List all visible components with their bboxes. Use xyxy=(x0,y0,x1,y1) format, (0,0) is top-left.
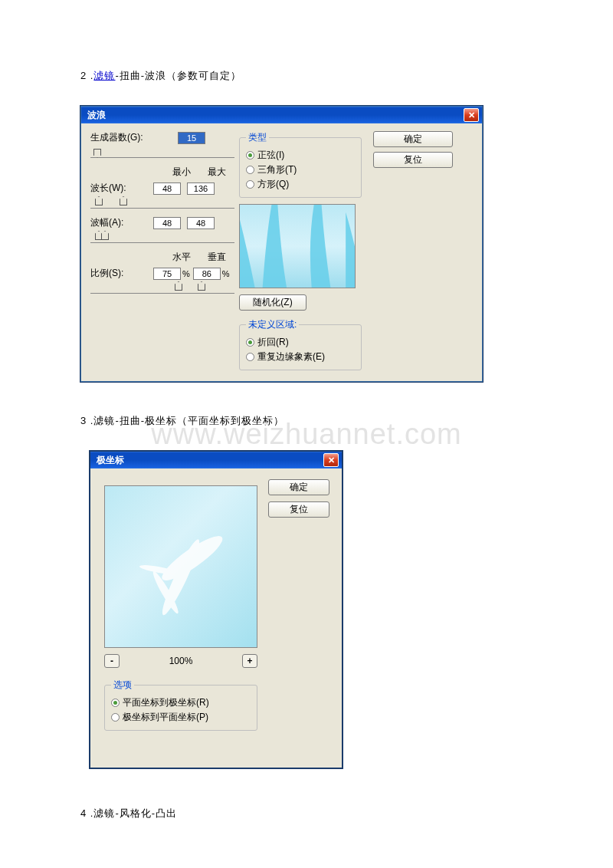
reset-button[interactable]: 复位 xyxy=(268,501,329,518)
wave-dialog: 波浪 ✕ 生成器数(G): 最小 最大 波长(W): xyxy=(80,106,483,382)
scale-slider[interactable] xyxy=(90,283,234,294)
step-2-text: 2 .滤镜-扭曲-波浪（参数可自定） xyxy=(80,69,536,83)
opt-rect-to-polar-radio[interactable]: 平面坐标到极坐标(R) xyxy=(111,696,251,709)
step-4-text: 4 .滤镜-风格化-凸出 xyxy=(80,807,536,820)
type-square-radio[interactable]: 方形(Q) xyxy=(246,178,355,191)
randomize-button[interactable]: 随机化(Z) xyxy=(239,294,306,311)
polar-options-group: 选项 平面坐标到极坐标(R) 极坐标到平面坐标(P) xyxy=(104,679,257,731)
zoom-value: 100% xyxy=(169,656,193,666)
undef-repeat-radio[interactable]: 重复边缘象素(E) xyxy=(246,350,355,363)
wavelength-max-input[interactable] xyxy=(187,182,215,195)
wavelength-label: 波长(W): xyxy=(90,182,138,195)
ok-button[interactable]: 确定 xyxy=(373,131,453,147)
filter-link[interactable]: 滤镜 xyxy=(93,70,115,81)
scale-h-input[interactable] xyxy=(153,268,181,280)
type-sine-radio[interactable]: 正弦(I) xyxy=(246,149,355,162)
generators-label: 生成器数(G): xyxy=(90,131,158,144)
polar-title: 极坐标 xyxy=(97,454,124,467)
type-triangle-radio[interactable]: 三角形(T) xyxy=(246,163,355,176)
undef-wrap-radio[interactable]: 折回(R) xyxy=(246,336,355,349)
svg-point-1 xyxy=(157,530,227,587)
amplitude-slider[interactable] xyxy=(90,232,234,243)
opt-polar-to-rect-radio[interactable]: 极坐标到平面坐标(P) xyxy=(111,711,251,724)
generators-input[interactable] xyxy=(178,132,205,144)
scale-v-input[interactable] xyxy=(193,268,221,280)
wavelength-slider[interactable] xyxy=(90,198,234,209)
step-3-text: 3 .滤镜-扭曲-极坐标（平面坐标到极坐标） xyxy=(80,414,536,428)
wavelength-min-input[interactable] xyxy=(153,182,181,195)
amplitude-label: 波幅(A): xyxy=(90,216,138,229)
wave-preview xyxy=(239,204,356,288)
close-icon[interactable]: ✕ xyxy=(323,453,339,467)
type-group: 类型 正弦(I) 三角形(T) 方形(Q) xyxy=(239,131,362,198)
polar-preview xyxy=(104,485,257,648)
zoom-out-button[interactable]: - xyxy=(104,654,120,668)
ok-button[interactable]: 确定 xyxy=(268,479,329,495)
generators-slider[interactable] xyxy=(90,147,234,158)
polar-titlebar: 极坐标 ✕ xyxy=(90,452,342,469)
zoom-in-button[interactable]: + xyxy=(242,654,257,668)
close-icon[interactable]: ✕ xyxy=(464,108,479,122)
polar-dialog: 极坐标 ✕ - 100% xyxy=(90,451,343,768)
wave-title: 波浪 xyxy=(87,109,106,122)
undefined-group: 未定义区域: 折回(R) 重复边缘象素(E) xyxy=(239,318,362,370)
amplitude-max-input[interactable] xyxy=(187,217,215,229)
scale-label: 比例(S): xyxy=(90,267,138,280)
amplitude-min-input[interactable] xyxy=(153,217,181,229)
wave-titlebar: 波浪 ✕ xyxy=(81,107,482,123)
reset-button[interactable]: 复位 xyxy=(373,152,453,168)
